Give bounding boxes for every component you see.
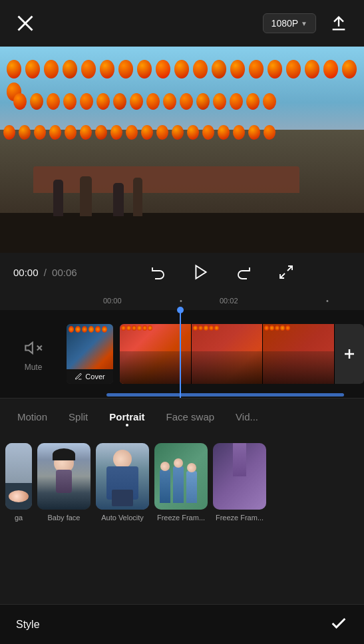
scene-background [0,47,364,253]
effect-label-babyface: Baby face [48,514,81,522]
ruler-dot-2: • [326,297,329,305]
effect-item-freezeframe2[interactable]: Freeze Fram... [213,443,266,522]
tabs-row: Motion Split Portrait Face swap Vid... [0,398,364,435]
redo-button[interactable] [232,260,256,284]
svg-marker-6 [25,343,33,353]
controls-row: 00:00 / 00:06 [0,253,364,291]
header: 1080P ▼ [0,0,364,47]
timeline-content: Mute Cover [0,310,364,398]
effect-item-freezeframe1[interactable]: Freeze Fram... [154,443,208,522]
upload-button[interactable] [327,11,351,35]
play-button[interactable] [189,260,213,284]
ruler-time-0: 00:00 [103,297,122,305]
effect-thumb-autovelocity [96,443,149,510]
effect-thumb-partial [5,443,32,510]
ruler-dot-1: • [180,297,182,305]
timeline-area: 00:00 • 00:02 • Mute [0,291,364,398]
close-button[interactable] [13,11,37,35]
ruler-time-2: 00:02 [220,297,238,305]
style-check-button[interactable] [329,614,348,635]
undo-button[interactable] [146,260,170,284]
effect-thumb-babyface [37,443,91,510]
resolution-button[interactable]: 1080P ▼ [263,13,316,33]
strip-frame-2 [192,324,264,384]
tab-faceswap[interactable]: Face swap [156,406,226,428]
time-total: 00:06 [52,267,77,278]
resolution-label: 1080P [272,18,298,29]
header-right: 1080P ▼ [263,11,351,35]
tab-motion[interactable]: Motion [7,406,58,428]
add-clip-button[interactable] [335,324,364,384]
style-label: Style [16,619,40,631]
mute-button[interactable] [21,336,45,360]
effect-label-freezeframe1: Freeze Fram... [157,514,205,522]
effects-grid: ga Baby face Au [0,435,364,542]
video-strip[interactable] [120,324,364,384]
svg-line-4 [287,266,292,271]
svg-marker-3 [196,265,206,279]
resolution-arrow-icon: ▼ [301,20,307,27]
strip-frame-3 [263,324,335,384]
cover-thumbnail-image [67,324,113,369]
cover-label: Cover [85,373,104,381]
effect-item-autovelocity[interactable]: Auto Velocity [96,443,149,522]
effect-label-autovelocity: Auto Velocity [101,514,144,522]
tab-portrait[interactable]: Portrait [98,406,155,428]
time-current: 00:00 [13,267,39,278]
controls-center [93,260,351,284]
time-display: 00:00 / 00:06 [13,267,93,278]
playhead-indicator [177,307,184,313]
playhead [180,310,181,398]
cover-thumbnail[interactable]: Cover [67,324,113,384]
effect-item-partial[interactable]: ga [5,443,32,522]
tab-video[interactable]: Vid... [225,406,269,428]
svg-line-5 [280,273,285,278]
effect-label-partial: ga [15,514,23,522]
style-bar: Style [0,604,364,644]
effect-label-freezeframe2: Freeze Fram... [216,514,264,522]
video-preview [0,47,364,253]
mute-control: Mute [7,336,60,372]
tab-split[interactable]: Split [58,406,98,428]
effect-thumb-freezeframe1 [154,443,208,510]
effect-item-babyface[interactable]: Baby face [37,443,91,522]
fullscreen-button[interactable] [274,260,298,284]
effect-thumb-freezeframe2 [213,443,266,510]
mute-label: Mute [25,363,43,372]
time-separator: / [44,267,47,278]
cover-label-row: Cover [67,369,113,385]
progress-bar [106,393,344,397]
